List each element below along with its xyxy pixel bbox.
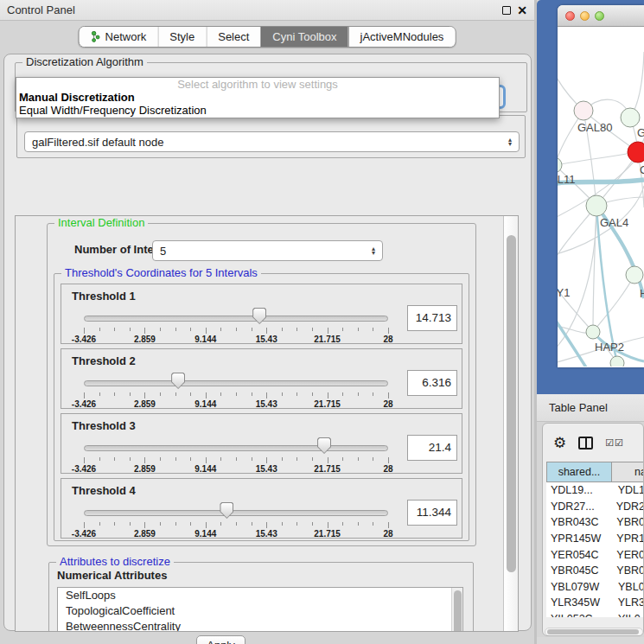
network-node-gal80[interactable] (574, 101, 593, 120)
cell-name[interactable]: YIL0 (612, 613, 641, 617)
tab-cyni-toolbox[interactable]: Cyni Toolbox (260, 27, 348, 47)
cell-shared-name[interactable]: YER054C (546, 549, 610, 561)
cell-name[interactable]: YLR3 (612, 596, 644, 609)
table-row[interactable]: YDR27...YDR2 (546, 499, 644, 515)
dropdown-placeholder: Select algorithm to view settings (16, 78, 499, 91)
network-edge[interactable] (593, 275, 634, 332)
threshold-value-field[interactable]: 6.316 (407, 370, 457, 396)
table-header-row: shared... na (546, 462, 644, 482)
cell-shared-name[interactable]: YBR043C (546, 516, 610, 528)
cell-shared-name[interactable]: YLR345W (546, 596, 612, 609)
network-node-hap2[interactable] (586, 325, 600, 339)
table-panel-titlebar: Table Panel (537, 394, 644, 422)
slider-track[interactable] (84, 380, 388, 386)
cell-shared-name[interactable]: YBR045C (546, 564, 610, 577)
table-row[interactable]: YBR043CYBR0 (546, 514, 644, 531)
float-window-icon[interactable] (502, 6, 511, 15)
slider-handle[interactable] (220, 502, 233, 519)
numerical-attributes-list[interactable]: SelfLoopsTopologicalCoefficientBetweenne… (57, 587, 463, 632)
table-data-combobox[interactable]: galFiltered.sif default node ▴▾ (24, 131, 520, 152)
cell-name[interactable]: YER0 (610, 549, 644, 561)
number-of-intervals-combobox[interactable]: 5 ▴▾ (152, 240, 383, 261)
threshold-value-field[interactable]: 14.713 (407, 305, 457, 331)
network-window-frame: GAL80GACGAL11GAL4GCY1HHAP2 (537, 0, 644, 394)
table-row[interactable]: YLR345WYLR3 (546, 595, 644, 611)
slider-track[interactable] (84, 316, 388, 322)
network-node-label: GAL11 (558, 173, 576, 186)
slider-handle[interactable] (171, 373, 185, 389)
table-row[interactable]: YDL19...YDL1 (546, 482, 644, 499)
cell-name[interactable]: YDL1 (612, 484, 644, 496)
table-row[interactable]: YBR045CYBR0 (546, 563, 644, 579)
threshold-label: Threshold 3 (72, 419, 136, 432)
network-canvas[interactable]: GAL80GACGAL11GAL4GCY1HHAP2 (558, 27, 644, 367)
tab-network[interactable]: Network (80, 27, 158, 47)
table-row[interactable]: YPR145WYPR1 (546, 531, 644, 547)
cell-shared-name[interactable]: YDL19... (546, 484, 612, 496)
tab-jactivemnodules[interactable]: jActiveMNodules (348, 27, 456, 47)
close-icon[interactable]: ✕ (517, 6, 527, 15)
cell-shared-name[interactable]: YBL079W (546, 581, 612, 593)
checkbox-icons[interactable]: ☑☑ (605, 437, 624, 449)
slider-ticks (84, 522, 388, 529)
cell-name[interactable]: YBL0 (612, 581, 644, 593)
split-columns-icon[interactable] (578, 437, 593, 450)
network-node-c[interactable] (628, 142, 644, 163)
cell-shared-name[interactable]: YDR27... (546, 501, 610, 513)
cell-shared-name[interactable]: YIL052C (546, 613, 612, 617)
interval-definition-title: Interval Definition (54, 216, 148, 229)
tab-select[interactable]: Select (206, 27, 260, 47)
mac-zoom-icon[interactable] (595, 11, 604, 21)
cell-name[interactable]: YDR2 (610, 501, 644, 513)
threshold-value-field[interactable]: 21.4 (407, 435, 457, 461)
mac-minimize-icon[interactable] (580, 11, 590, 21)
network-node-gal4[interactable] (586, 195, 607, 216)
column-header-name[interactable]: na (612, 462, 644, 482)
attribute-item-topologicalcoefficient[interactable]: TopologicalCoefficient (58, 603, 462, 619)
cell-name[interactable]: YBR0 (610, 564, 644, 577)
settings-scrollpane: Interval Definition Number of Intervals … (15, 215, 519, 632)
tab-style[interactable]: Style (157, 27, 206, 47)
apply-button[interactable]: Apply (196, 635, 245, 644)
attributes-list-scrollbar[interactable] (451, 588, 462, 632)
dropdown-option-equal-width[interactable]: Equal Width/Frequency Discretization (16, 104, 499, 117)
mac-close-icon[interactable] (565, 11, 575, 21)
dropdown-option-manual[interactable]: Manual Discretization (16, 91, 499, 104)
attribute-item-betweennesscentrality[interactable]: BetweennessCentrality (58, 619, 462, 632)
slider-track[interactable] (84, 445, 388, 451)
network-icon (91, 31, 101, 42)
network-edge[interactable] (630, 52, 644, 118)
threshold-panel: Threshold 2 -3.4262.8599.14415.4321.7152… (61, 348, 462, 409)
table-row[interactable]: YBL079WYBL0 (546, 579, 644, 596)
slider-track[interactable] (84, 510, 388, 516)
slider-handle[interactable] (317, 437, 331, 454)
slider-ticks (84, 457, 388, 464)
table-row[interactable]: YIL052CYIL0 (546, 611, 644, 617)
gear-icon[interactable]: ⚙ (553, 436, 566, 450)
table-body[interactable]: YDL19...YDL1YDR27...YDR2YBR043CYBR0YPR14… (546, 482, 644, 617)
network-node[interactable] (610, 356, 624, 367)
network-node-ga[interactable] (621, 108, 640, 127)
background-strip (537, 637, 644, 644)
network-node-label: GA (637, 126, 644, 139)
slider-handle[interactable] (252, 308, 266, 324)
cell-shared-name[interactable]: YPR145W (546, 532, 610, 545)
network-edge[interactable] (558, 27, 583, 111)
slider-ticks (84, 392, 388, 399)
attribute-item-selfloops[interactable]: SelfLoops (58, 588, 462, 603)
threshold-panel: Threshold 4 -3.4262.8599.14415.4321.7152… (61, 478, 462, 539)
network-view-window[interactable]: GAL80GACGAL11GAL4GCY1HHAP2 (558, 5, 644, 367)
threshold-value-field[interactable]: 11.344 (407, 500, 457, 526)
network-node-label: HAP2 (595, 341, 624, 354)
network-node-h[interactable] (626, 266, 643, 284)
column-header-shared-name[interactable]: shared... (546, 462, 612, 482)
table-row[interactable]: YER054CYER0 (546, 546, 644, 563)
settings-vertical-scrollbar[interactable] (503, 216, 518, 631)
table-horizontal-scrollbar[interactable] (545, 628, 643, 636)
cell-name[interactable]: YBR0 (610, 516, 644, 528)
tab-label: Cyni Toolbox (272, 27, 336, 47)
cell-name[interactable]: YPR1 (610, 532, 644, 545)
network-edge[interactable] (558, 152, 638, 165)
scrollbar-thumb[interactable] (507, 235, 516, 572)
threshold-panel: Threshold 1 -3.4262.8599.14415.4321.7152… (61, 284, 462, 344)
